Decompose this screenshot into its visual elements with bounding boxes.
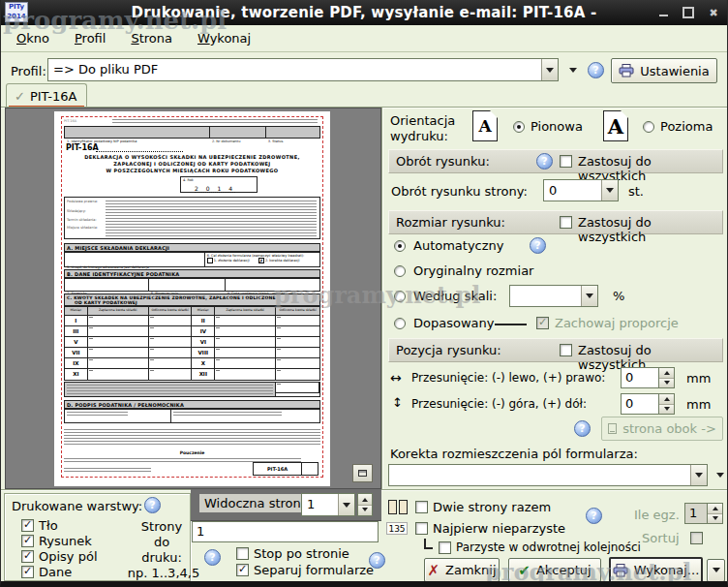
pages-input[interactable]: 1: [192, 521, 379, 542]
accept-button[interactable]: ✔ Akceptuj: [508, 558, 601, 582]
close-icon[interactable]: ✖: [708, 7, 719, 18]
scale-dropdown-icon[interactable]: [581, 286, 597, 306]
tab-pit16a[interactable]: ✓ PIT-16A: [6, 83, 87, 108]
separate-forms-label[interactable]: Separuj formularze: [254, 563, 374, 577]
portrait-page-icon: A: [472, 110, 498, 141]
separate-forms-checkbox[interactable]: [236, 564, 249, 576]
spin-up-icon[interactable]: [358, 494, 372, 506]
size-by-scale-label[interactable]: Według skali:: [413, 289, 497, 303]
menu-profil[interactable]: Profil: [75, 31, 106, 46]
rotation-help-icon[interactable]: ?: [536, 153, 553, 170]
size-automatic-label[interactable]: Automatyczny: [413, 238, 504, 253]
page-rotation-value: 0: [544, 180, 601, 201]
side-page-help-icon[interactable]: ?: [574, 420, 591, 437]
close-button[interactable]: ✗ Zamknij: [424, 558, 500, 582]
profile-help-icon[interactable]: ?: [588, 62, 604, 78]
two-pages-checkbox[interactable]: [415, 501, 428, 513]
scale-combobox[interactable]: [509, 285, 598, 307]
size-fitted-label[interactable]: Dopasowany: [413, 316, 494, 330]
field-correction-dropdown-icon[interactable]: [690, 465, 707, 485]
copies-help-icon[interactable]: ?: [586, 508, 602, 524]
size-fitted-radio[interactable]: [394, 318, 406, 329]
landscape-radio-label[interactable]: Pozioma: [660, 119, 713, 134]
layer-dane-label[interactable]: Dane: [39, 565, 72, 579]
profile-dropdown-icon[interactable]: [541, 59, 558, 80]
accept-button-label: Akceptuj: [536, 563, 592, 577]
position-apply-all-checkbox[interactable]: [560, 344, 572, 356]
separate-forms-help-icon[interactable]: ?: [369, 552, 385, 569]
two-pages-label[interactable]: Dwie strony razem: [433, 500, 551, 514]
page-rotation-combobox[interactable]: 0: [543, 179, 619, 201]
size-by-scale-radio[interactable]: [394, 291, 406, 302]
odd-first-label[interactable]: Najpierw nieparzyste: [433, 521, 565, 536]
stop-after-page-label[interactable]: Stop po stronie: [254, 546, 349, 561]
spin-down-icon[interactable]: [659, 379, 674, 388]
settings-button[interactable]: Ustawienia: [611, 58, 717, 83]
layer-rysunek-checkbox[interactable]: [21, 535, 34, 547]
offset-h-value[interactable]: 0: [621, 367, 659, 388]
table-month: VIII: [192, 348, 215, 358]
maximize-icon[interactable]: [682, 7, 694, 18]
form-info-label-2: Składający:: [67, 209, 86, 213]
size-automatic-radio[interactable]: [394, 240, 406, 252]
odd-pages-icon: 135: [386, 522, 408, 535]
offset-v-value[interactable]: 0: [621, 393, 659, 415]
page-rotation-dropdown-icon[interactable]: [601, 180, 618, 201]
layer-tlo-checkbox[interactable]: [21, 519, 34, 532]
spin-down-icon[interactable]: [358, 506, 372, 516]
layer-opisy-label[interactable]: Opisy pól: [39, 549, 98, 564]
visible-page-combobox[interactable]: 1: [301, 493, 355, 516]
portrait-radio-label[interactable]: Pionowa: [531, 119, 583, 134]
menu-wykonaj[interactable]: Wykonaj: [197, 31, 251, 46]
spin-down-icon[interactable]: [659, 405, 674, 415]
layer-dane-checkbox[interactable]: [21, 566, 34, 578]
form-page: PIT-16A 1. Identyfikator podatkowy NIP p…: [54, 111, 330, 486]
table-cell: [88, 337, 149, 348]
form-footer-code: PIT-16A: [254, 463, 302, 475]
execute-menu-button[interactable]: [707, 559, 725, 582]
menu-strona[interactable]: Strona: [131, 31, 172, 46]
preview-zoom-button[interactable]: [352, 464, 373, 482]
portrait-radio[interactable]: [513, 121, 525, 133]
field-correction-menu-arrow-icon[interactable]: [713, 469, 727, 482]
odd-first-checkbox[interactable]: [415, 522, 428, 535]
position-section-bar: Pozycja rysunku: Zastosuj do wszystkich: [388, 338, 723, 362]
stop-after-page-checkbox[interactable]: [236, 547, 249, 560]
profile-combobox[interactable]: => Do pliku PDF: [47, 58, 559, 81]
menu-okno[interactable]: Okno: [16, 31, 49, 46]
offset-h-spinner[interactable]: 0: [621, 367, 675, 388]
form-micro-text: [67, 385, 273, 394]
execute-button[interactable]: Wykonaj...: [609, 557, 703, 583]
size-original-label[interactable]: Oryginalny rozmiar: [413, 263, 533, 278]
layer-rysunek-label[interactable]: Rysunek: [39, 534, 92, 548]
settings-button-label: Ustawienia: [640, 64, 709, 78]
table-month: II: [192, 316, 215, 326]
visible-page-dropdown-icon[interactable]: [338, 494, 354, 515]
layers-help-icon[interactable]: ?: [144, 497, 161, 513]
field-correction-combobox[interactable]: [388, 464, 708, 486]
table-month: V: [65, 337, 88, 348]
offset-v-spinner[interactable]: 0: [621, 393, 675, 415]
landscape-radio[interactable]: [643, 121, 654, 133]
minimize-icon[interactable]: [657, 7, 669, 18]
layer-tlo-label[interactable]: Tło: [39, 518, 58, 533]
form-section-d: D. PODPIS PODATNIKA / PEŁNOMOCNIKA: [64, 400, 320, 409]
even-reverse-checkbox[interactable]: [439, 541, 451, 554]
spin-up-icon[interactable]: [659, 368, 674, 379]
table-cell: [276, 348, 319, 358]
size-original-radio[interactable]: [394, 265, 406, 277]
spin-up-icon[interactable]: [659, 394, 674, 405]
even-reverse-label[interactable]: Parzyste w odwrotnej kolejności: [456, 541, 641, 554]
profile-menu-arrow-icon[interactable]: [566, 64, 580, 77]
table-cell: [149, 326, 193, 337]
size-help-icon[interactable]: ?: [530, 237, 546, 254]
execute-menu-arrow-icon: [710, 564, 723, 577]
visible-page-spinner[interactable]: [357, 493, 373, 516]
page-rotation-label: Obrót rysunku strony:: [391, 184, 528, 199]
close-x-icon: ✗: [427, 562, 440, 579]
pages-help-icon[interactable]: ?: [204, 549, 221, 566]
size-apply-all-label[interactable]: Zastosuj do wszystkich: [578, 215, 722, 244]
size-apply-all-checkbox[interactable]: [560, 216, 572, 229]
layer-opisy-checkbox[interactable]: [21, 550, 34, 563]
rotation-apply-all-checkbox[interactable]: [560, 155, 572, 168]
